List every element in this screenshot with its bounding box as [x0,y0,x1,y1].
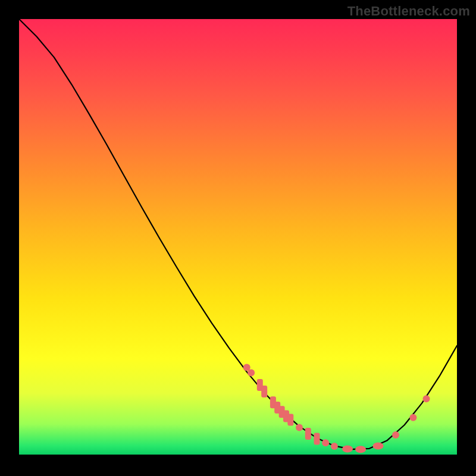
curve-marker [409,414,416,421]
curve-marker [296,424,303,431]
curve-marker [287,414,293,425]
curve-marker [355,446,366,453]
curve-marker [373,442,384,449]
curve-marker [248,369,255,376]
watermark-text: TheBottleneck.com [347,4,470,19]
curve-marker [322,439,329,446]
curve-marker [331,443,338,450]
bottleneck-curve [19,19,457,449]
curve-marker [261,386,267,397]
curve-marker [342,446,353,453]
curve-marker [305,428,311,440]
curve-marker [392,431,399,439]
chart-svg [19,19,457,455]
curve-marker [314,433,320,445]
curve-marker [423,395,430,402]
curve-markers [243,364,430,453]
plot-area [19,19,457,455]
chart-frame: TheBottleneck.com [0,0,476,476]
